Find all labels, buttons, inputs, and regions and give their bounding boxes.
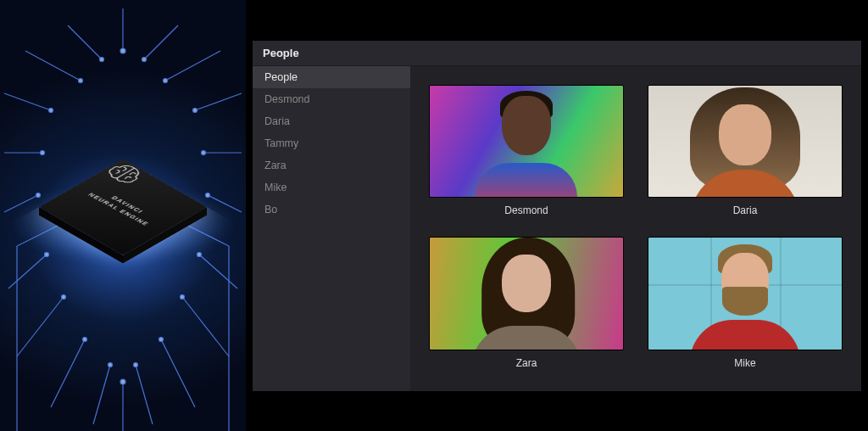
person-thumb: [648, 237, 843, 350]
svg-point-8: [202, 151, 206, 155]
person-name: Zara: [516, 357, 537, 369]
hero-davinci-neural-engine: DAVINCI NEURAL ENGINE: [0, 0, 246, 431]
sidebar-item-zara[interactable]: Zara: [253, 154, 410, 176]
svg-point-19: [120, 379, 125, 384]
person-card-mike[interactable]: Mike: [648, 237, 843, 372]
sidebar-item-label: People: [264, 71, 298, 83]
sidebar-item-mike[interactable]: Mike: [253, 176, 410, 199]
svg-point-17: [108, 363, 113, 367]
sidebar-item-label: Daria: [264, 115, 290, 127]
person-thumb: [648, 85, 843, 199]
svg-point-0: [120, 48, 125, 53]
person-name: Daria: [733, 204, 758, 216]
svg-point-4: [164, 79, 168, 83]
person-thumb: [429, 237, 624, 350]
sidebar-item-desmond[interactable]: Desmond: [253, 88, 410, 110]
people-grid: Desmond Daria Zara: [410, 66, 861, 391]
sidebar-item-label: Mike: [264, 182, 287, 193]
svg-point-15: [83, 338, 87, 342]
svg-point-13: [62, 295, 66, 299]
svg-point-14: [181, 295, 185, 299]
person-card-daria[interactable]: Daria: [648, 85, 843, 221]
svg-point-6: [193, 109, 198, 113]
sidebar: People Desmond Daria Tammy Zara Mike Bo: [253, 66, 410, 391]
svg-point-1: [100, 58, 104, 62]
person-name: Desmond: [504, 204, 548, 216]
svg-point-7: [41, 151, 45, 155]
app-header: People: [253, 41, 861, 66]
app-body: People Desmond Daria Tammy Zara Mike Bo …: [253, 66, 861, 391]
app-window: People People Desmond Daria Tammy Zara M…: [253, 41, 861, 391]
svg-point-2: [142, 58, 147, 62]
person-name: Mike: [734, 357, 755, 369]
svg-point-18: [134, 363, 138, 367]
sidebar-item-tammy[interactable]: Tammy: [253, 132, 410, 154]
sidebar-item-label: Desmond: [264, 93, 310, 105]
person-card-desmond[interactable]: Desmond: [429, 85, 624, 221]
sidebar-item-bo[interactable]: Bo: [253, 199, 410, 221]
page-title: People: [263, 47, 299, 59]
app-panel: People People Desmond Daria Tammy Zara M…: [246, 0, 868, 431]
sidebar-item-label: Tammy: [264, 137, 298, 149]
svg-point-16: [159, 338, 164, 342]
person-thumb: [429, 85, 624, 199]
svg-point-3: [79, 79, 83, 83]
sidebar-item-label: Bo: [264, 204, 277, 216]
sidebar-item-label: Zara: [264, 160, 287, 171]
sidebar-item-daria[interactable]: Daria: [253, 110, 410, 132]
sidebar-item-people[interactable]: People: [253, 66, 410, 88]
svg-point-5: [49, 109, 53, 113]
person-card-zara[interactable]: Zara: [429, 237, 624, 372]
